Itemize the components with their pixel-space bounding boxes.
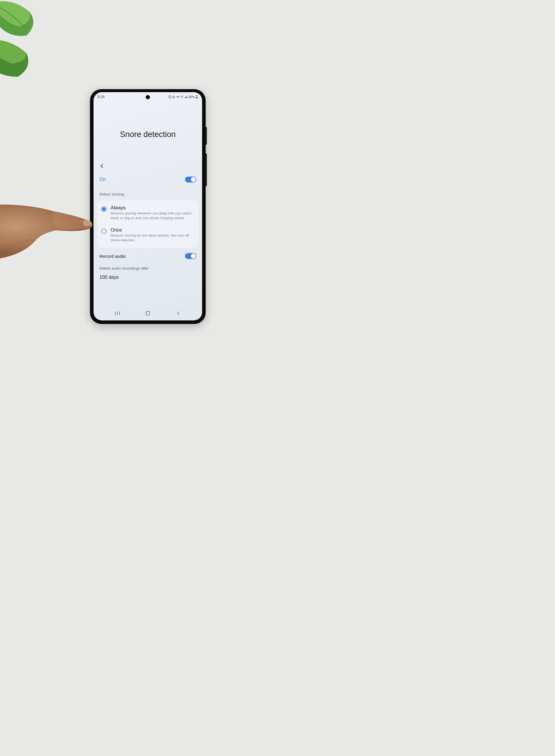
svg-rect-7 (146, 312, 150, 315)
power-button (205, 127, 207, 145)
battery-icon (196, 95, 198, 98)
record-audio-switch[interactable] (185, 253, 196, 259)
mute-icon (176, 95, 179, 98)
svg-point-1 (170, 96, 170, 97)
main-toggle-label: On (99, 177, 105, 182)
delete-section-header: Delete audio recordings after (97, 262, 199, 272)
radio-always-title: Always (111, 205, 195, 210)
volume-button (205, 154, 207, 186)
status-icons: 35% (168, 95, 198, 98)
radio-once-desc: Measure snoring for one sleep session, t… (111, 233, 195, 242)
status-time: 5:24 (98, 95, 104, 99)
detect-options-card: Always Measure snoring whenever you slee… (97, 200, 199, 248)
record-audio-label: Record audio (99, 254, 126, 259)
wifi-icon (180, 95, 183, 98)
battery-text: 35% (188, 95, 195, 98)
radio-option-always[interactable]: Always Measure snoring whenever you slee… (98, 202, 198, 224)
record-audio-row[interactable]: Record audio (97, 248, 199, 262)
front-camera (146, 95, 150, 99)
main-toggle-row[interactable]: On (97, 172, 199, 187)
page-title: Snore detection (93, 130, 202, 139)
back-button[interactable] (99, 163, 105, 169)
svg-rect-5 (197, 95, 197, 96)
nav-back-button[interactable] (171, 311, 185, 316)
phone-screen: 5:24 35% (93, 92, 202, 320)
radio-always-desc: Measure snoring whenever you sleep with … (111, 211, 195, 220)
hand-pointing (0, 195, 100, 272)
recents-button[interactable] (110, 311, 125, 316)
radio-once-title: Once (111, 227, 195, 233)
page-header: Snore detection (93, 101, 202, 163)
phone-frame: 5:24 35% (90, 89, 206, 324)
navigation-bar (93, 308, 202, 320)
radio-always[interactable] (101, 206, 106, 212)
signal-icon (184, 95, 187, 98)
nfc-icon (168, 95, 171, 98)
svg-rect-6 (196, 97, 198, 98)
detect-section-header: Detect snoring (97, 187, 199, 198)
main-toggle-switch[interactable] (185, 176, 196, 183)
plant-decoration (0, 0, 53, 83)
radio-once[interactable] (101, 229, 106, 234)
delete-value-row[interactable]: 100 days (97, 272, 199, 283)
radio-option-once[interactable]: Once Measure snoring for one sleep sessi… (98, 224, 198, 246)
home-button[interactable] (140, 311, 155, 316)
alarm-icon (172, 95, 175, 98)
svg-point-3 (181, 97, 182, 98)
